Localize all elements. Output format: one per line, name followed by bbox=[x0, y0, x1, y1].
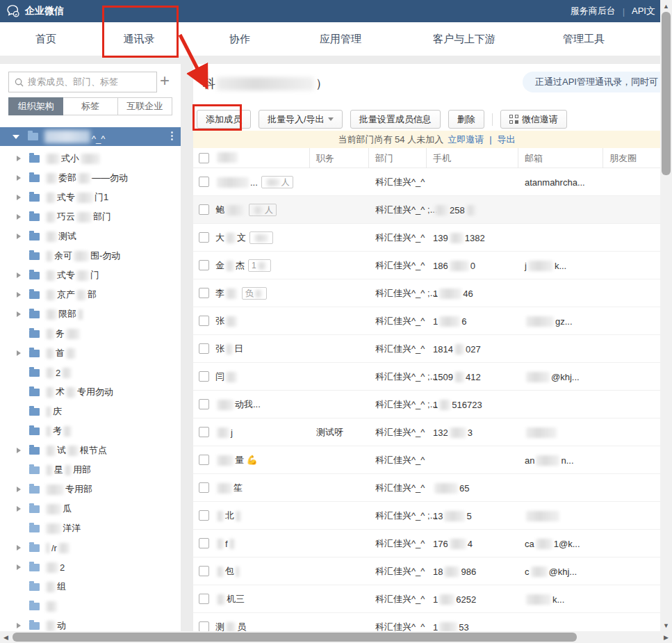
tree-item[interactable]: 2 bbox=[0, 363, 181, 382]
row-checkbox[interactable] bbox=[199, 288, 209, 298]
table-row[interactable]: 鲍人科汇佳兴^_^ ;...258 bbox=[193, 196, 660, 224]
table-row[interactable]: 大文科汇佳兴^_^1391382 bbox=[193, 224, 660, 252]
tree-item[interactable]: 式专门1 bbox=[0, 188, 181, 207]
tree-item[interactable]: 务 bbox=[0, 324, 181, 343]
scroll-left-button[interactable]: ◀ bbox=[0, 631, 12, 643]
tree-item[interactable]: 庆 bbox=[0, 402, 181, 421]
nav-tab-客户与上下游[interactable]: 客户与上下游 bbox=[433, 22, 495, 56]
table-row[interactable]: j测试呀科汇佳兴^_^1323 bbox=[193, 418, 660, 446]
row-checkbox[interactable] bbox=[199, 566, 209, 576]
table-row[interactable]: 北科汇佳兴^_^ ;...135 bbox=[193, 502, 660, 530]
expand-arrow-icon[interactable] bbox=[17, 272, 21, 278]
tree-item[interactable]: 术专用勿动 bbox=[0, 382, 181, 402]
expand-arrow-icon[interactable] bbox=[17, 292, 21, 298]
tree-item[interactable]: 式小 bbox=[0, 149, 181, 168]
tree-item[interactable] bbox=[0, 596, 181, 616]
api-doc-link[interactable]: API文 bbox=[632, 5, 655, 17]
tree-item[interactable]: 试根节点 bbox=[0, 441, 181, 460]
row-checkbox[interactable] bbox=[199, 232, 209, 243]
toolbar-button-批量设置成员信息[interactable]: 批量设置成员信息 bbox=[350, 110, 441, 129]
horizontal-scroll-thumb[interactable] bbox=[13, 633, 577, 642]
service-provider-link[interactable]: 服务商后台 bbox=[571, 5, 616, 17]
tree-item[interactable]: 巧云部门 bbox=[0, 207, 181, 227]
row-checkbox[interactable] bbox=[199, 538, 209, 548]
scroll-down-button[interactable]: ▼ bbox=[660, 619, 672, 631]
tree-item[interactable]: 2 bbox=[0, 557, 181, 577]
table-row[interactable]: 张科汇佳兴^_^16gz... bbox=[193, 307, 660, 335]
nav-tab-协作[interactable]: 协作 bbox=[229, 22, 250, 56]
collapse-arrow-icon[interactable] bbox=[13, 135, 19, 139]
table-row[interactable]: 包科汇佳兴^_^18986c@khj... bbox=[193, 557, 660, 585]
tree-item[interactable]: 组 bbox=[0, 577, 181, 596]
add-member-button[interactable]: 添加成员 bbox=[197, 110, 251, 129]
tree-item[interactable]: 洋洋 bbox=[0, 519, 181, 538]
expand-arrow-icon[interactable] bbox=[17, 487, 21, 492]
expand-arrow-icon[interactable] bbox=[17, 506, 21, 512]
toolbar-button-删除[interactable]: 删除 bbox=[448, 110, 484, 129]
table-row[interactable]: 闫科汇佳兴^_^ ;...1509412@khj... bbox=[193, 363, 660, 391]
table-row[interactable]: 量 💪科汇佳兴^_^ann... bbox=[193, 446, 660, 474]
sidebar-tab-互联企业[interactable]: 互联企业 bbox=[118, 97, 172, 115]
vertical-scrollbar[interactable]: ▲ ▼ bbox=[660, 0, 672, 631]
nav-tab-首页[interactable]: 首页 bbox=[35, 22, 56, 56]
row-checkbox[interactable] bbox=[199, 482, 209, 493]
scroll-up-button[interactable]: ▲ bbox=[660, 0, 672, 12]
add-department-button[interactable]: + bbox=[156, 70, 174, 91]
tree-item[interactable]: 测试 bbox=[0, 227, 181, 246]
table-row[interactable]: f科汇佳兴^_^1764ca1@k... bbox=[193, 530, 660, 557]
tree-item[interactable]: 动 bbox=[0, 616, 181, 631]
row-checkbox[interactable] bbox=[199, 260, 209, 270]
expand-arrow-icon[interactable] bbox=[17, 156, 21, 161]
row-checkbox[interactable] bbox=[199, 621, 209, 631]
row-checkbox[interactable] bbox=[199, 455, 209, 465]
row-checkbox[interactable] bbox=[199, 399, 209, 409]
expand-arrow-icon[interactable] bbox=[17, 623, 21, 628]
expand-arrow-icon[interactable] bbox=[17, 564, 21, 570]
toolbar-button-批量导入/导出[interactable]: 批量导入/导出 bbox=[259, 110, 343, 129]
org-root-node[interactable]: ^_^ bbox=[0, 127, 181, 146]
expand-arrow-icon[interactable] bbox=[17, 350, 21, 356]
export-link[interactable]: 导出 bbox=[498, 133, 516, 146]
tree-item[interactable]: 式专门 bbox=[0, 266, 181, 285]
vertical-scroll-thumb[interactable] bbox=[662, 12, 671, 175]
row-checkbox[interactable] bbox=[199, 316, 209, 326]
row-checkbox[interactable] bbox=[199, 510, 209, 521]
table-row[interactable]: 测员科汇佳兴^_^153 bbox=[193, 613, 660, 631]
tree-item[interactable]: 瓜 bbox=[0, 499, 181, 519]
sidebar-tab-标签[interactable]: 标签 bbox=[63, 97, 117, 115]
table-row[interactable]: ...人科汇佳兴^_^atanmahrcha... bbox=[193, 168, 660, 196]
row-checkbox[interactable] bbox=[199, 427, 209, 437]
tree-item[interactable]: 余可围-勿动 bbox=[0, 246, 181, 266]
more-options-icon[interactable] bbox=[171, 131, 173, 140]
scroll-right-button[interactable]: ▶ bbox=[660, 631, 672, 643]
expand-arrow-icon[interactable] bbox=[17, 175, 21, 181]
tree-item[interactable]: 京产部 bbox=[0, 285, 181, 304]
expand-arrow-icon[interactable] bbox=[17, 214, 21, 220]
nav-tab-应用管理[interactable]: 应用管理 bbox=[320, 22, 361, 56]
table-row[interactable]: 张日科汇佳兴^_^1814027 bbox=[193, 335, 660, 363]
row-checkbox[interactable] bbox=[199, 177, 209, 187]
toolbar-button-微信邀请[interactable]: 微信邀请 bbox=[500, 110, 567, 129]
expand-arrow-icon[interactable] bbox=[17, 234, 21, 239]
row-checkbox[interactable] bbox=[199, 343, 209, 354]
nav-tab-管理工具[interactable]: 管理工具 bbox=[563, 22, 605, 56]
tree-item[interactable]: 考 bbox=[0, 421, 181, 441]
expand-arrow-icon[interactable] bbox=[17, 448, 21, 453]
table-row[interactable]: 金杰1科汇佳兴^_^1860jk... bbox=[193, 252, 660, 279]
tree-item[interactable]: 专用部 bbox=[0, 480, 181, 499]
row-checkbox[interactable] bbox=[199, 594, 209, 604]
expand-arrow-icon[interactable] bbox=[17, 195, 21, 200]
tree-item[interactable]: /r bbox=[0, 538, 181, 557]
search-input[interactable]: 搜索成员、部门、标签 bbox=[8, 72, 157, 92]
horizontal-scrollbar[interactable]: ◀ ▶ bbox=[0, 631, 672, 643]
tree-item[interactable]: 星用部 bbox=[0, 460, 181, 480]
row-checkbox[interactable] bbox=[199, 204, 209, 215]
tree-item[interactable]: 首 bbox=[0, 343, 181, 363]
expand-arrow-icon[interactable] bbox=[17, 545, 21, 551]
table-row[interactable]: 李负科汇佳兴^_^ ;...146 bbox=[193, 279, 660, 307]
table-row[interactable]: 机三科汇佳兴^_^16252k... bbox=[193, 585, 660, 613]
invite-now-link[interactable]: 立即邀请 bbox=[448, 133, 484, 146]
table-row[interactable]: 笙科汇佳兴^_^65 bbox=[193, 474, 660, 502]
expand-arrow-icon[interactable] bbox=[17, 311, 21, 317]
table-row[interactable]: 动我...科汇佳兴^_^ ;...1516723 bbox=[193, 391, 660, 418]
